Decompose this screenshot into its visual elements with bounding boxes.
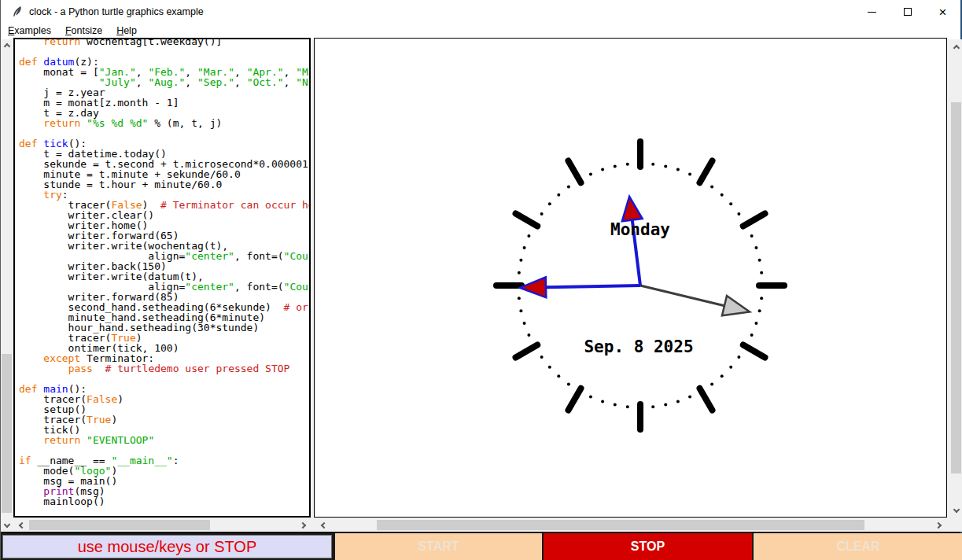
start-button[interactable]: START	[335, 533, 542, 560]
close-icon: ×	[939, 6, 947, 19]
canvas-hscroll-thumb[interactable]	[377, 520, 864, 530]
menu-fontsize[interactable]: Fontsize	[58, 24, 109, 39]
menu-bar: Examples Fontsize Help	[1, 24, 960, 39]
scroll-up-arrow[interactable]	[950, 41, 962, 53]
main-area: return wochentag[t.weekday()] def datum(…	[1, 39, 960, 532]
close-button[interactable]: ×	[925, 0, 960, 24]
status-message: use mouse/keys or STOP	[2, 535, 332, 558]
code-vertical-scrollbar[interactable]	[1, 39, 13, 532]
canvas-vertical-scrollbar[interactable]	[949, 39, 962, 519]
chevron-down-icon	[953, 507, 959, 513]
canvas-vscroll-thumb[interactable]	[951, 102, 961, 473]
app-window: clock - a Python turtle graphics example…	[0, 0, 962, 560]
chevron-up-icon	[953, 45, 959, 51]
scroll-right-arrow[interactable]	[934, 519, 945, 531]
scroll-down-arrow[interactable]	[950, 505, 962, 517]
bottom-bar: use mouse/keys or STOP START STOP CLEAR	[1, 533, 960, 560]
code-horizontal-scrollbar[interactable]	[13, 519, 311, 532]
source-code: return wochentag[t.weekday()] def datum(…	[19, 38, 311, 507]
chevron-left-icon	[321, 521, 327, 528]
turtle-canvas[interactable]: MondaySep. 8 2025	[314, 38, 947, 518]
window-title: clock - a Python turtle graphics example	[29, 6, 204, 17]
chevron-up-icon	[3, 43, 9, 50]
minimize-button[interactable]	[854, 0, 890, 24]
scroll-up-arrow[interactable]	[1, 39, 13, 51]
scroll-left-arrow[interactable]	[317, 519, 329, 531]
code-viewer[interactable]: return wochentag[t.weekday()] def datum(…	[13, 38, 311, 518]
svg-text:Sep. 8 2025: Sep. 8 2025	[584, 337, 693, 356]
stop-button[interactable]: STOP	[544, 533, 752, 560]
chevron-right-icon	[300, 521, 306, 528]
title-bar: clock - a Python turtle graphics example…	[1, 0, 960, 24]
maximize-button[interactable]	[890, 0, 925, 24]
chevron-right-icon	[935, 521, 942, 528]
scroll-left-arrow[interactable]	[15, 519, 27, 531]
chevron-left-icon	[19, 521, 25, 528]
scroll-right-arrow[interactable]	[298, 519, 310, 531]
clock-drawing: MondaySep. 8 2025	[315, 39, 946, 517]
maximize-icon	[904, 8, 912, 16]
clear-button[interactable]: CLEAR	[754, 533, 962, 560]
menu-help[interactable]: Help	[109, 24, 144, 39]
svg-text:Monday: Monday	[610, 220, 670, 239]
code-vscroll-thumb[interactable]	[2, 354, 12, 513]
chevron-down-icon	[3, 521, 9, 528]
scroll-down-arrow[interactable]	[1, 520, 13, 532]
code-hscroll-thumb[interactable]	[29, 520, 210, 530]
minimize-icon	[868, 12, 876, 13]
canvas-horizontal-scrollbar[interactable]	[315, 519, 962, 532]
python-feather-icon	[11, 6, 24, 18]
menu-examples[interactable]: Examples	[1, 24, 58, 39]
